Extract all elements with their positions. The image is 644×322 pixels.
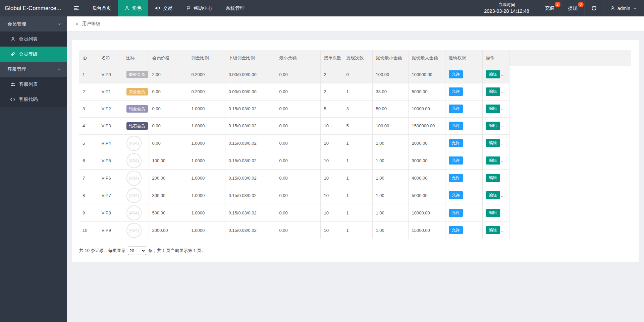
table-header-row: ID名称图标会员价格佣金比例下级佣金比例最小余额接单次数提现次数提现最小金额提现… xyxy=(79,50,631,66)
row-orders: 5 xyxy=(320,100,343,117)
table-row: 1VIP0白银会员2.000.20000.00/0.00/0.000.00201… xyxy=(79,66,631,83)
sidebar-item-service-code[interactable]: 客服代码 xyxy=(0,92,67,107)
edit-button[interactable]: 编辑 xyxy=(486,156,500,165)
row-filler-cell xyxy=(509,221,631,239)
sidebar-item-member-list[interactable]: 会员列表 xyxy=(0,31,67,47)
allow-invite-button[interactable]: 允许 xyxy=(449,105,463,113)
link-icon xyxy=(10,52,15,57)
sidebar-group-service-management[interactable]: 客服管理 xyxy=(0,62,67,77)
person-icon xyxy=(124,6,130,11)
row-actions-cell: 编辑... xyxy=(482,134,509,152)
allow-invite-button[interactable]: 允许 xyxy=(449,226,463,234)
more-actions-ellipsis: ... xyxy=(501,210,505,215)
allow-invite-button[interactable]: 允许 xyxy=(449,122,463,130)
row-price: 500.00 xyxy=(149,204,188,221)
column-header: 佣金比例 xyxy=(188,50,225,66)
recharge-button[interactable]: 充值 2 xyxy=(538,0,561,16)
row-commission: 0.2000 xyxy=(188,66,225,83)
sidebar-group-member-management[interactable]: 会员管理 xyxy=(0,16,67,31)
row-actions-cell: 编辑... xyxy=(482,66,509,83)
row-withdraw-max: 10000.00 xyxy=(408,100,445,117)
row-sub-commission: 0.15/0.03/0.02 xyxy=(225,117,276,134)
row-id: 1 xyxy=(79,66,98,83)
user-menu[interactable]: admin xyxy=(603,0,644,16)
sidebar-item-member-level[interactable]: 会员等级 xyxy=(0,47,67,62)
withdraw-button[interactable]: 提现 0 xyxy=(561,0,584,16)
row-invite-cell: 允许 xyxy=(445,66,482,83)
row-sub-commission: 0.00/0.00/0.00 xyxy=(225,83,276,100)
edit-button[interactable]: 编辑 xyxy=(486,122,500,130)
row-name: VIP3 xyxy=(98,117,123,134)
nav-item-label: 后台首页 xyxy=(92,5,111,11)
allow-invite-button[interactable]: 允许 xyxy=(449,70,463,78)
edit-button[interactable]: 编辑 xyxy=(486,139,500,147)
row-withdraw-times: 1 xyxy=(343,152,372,169)
row-withdraw-min: 1.00 xyxy=(372,221,408,239)
level-badge: 黄金会员 xyxy=(126,88,148,95)
row-actions-cell: 编辑... xyxy=(482,204,509,221)
row-sub-commission: 0.15/0.03/0.02 xyxy=(225,204,276,221)
row-actions-cell: 编辑... xyxy=(482,152,509,169)
row-withdraw-max: 1500000.00 xyxy=(408,117,445,134)
row-icon-cell: 铂金会员 xyxy=(123,100,149,117)
allow-invite-button[interactable]: 允许 xyxy=(449,209,463,217)
row-price: 0.00 xyxy=(149,83,188,100)
row-name: VIP0 xyxy=(98,66,123,83)
row-commission: 1.0000 xyxy=(188,134,225,152)
nav-item-dashboard[interactable]: 后台首页 xyxy=(86,0,118,16)
edit-button[interactable]: 编辑 xyxy=(486,191,500,199)
hamburger-menu-button[interactable] xyxy=(67,0,86,16)
row-name: VIP6 xyxy=(98,169,123,187)
row-withdraw-min: 1.00 xyxy=(372,134,408,152)
row-withdraw-min: 38.00 xyxy=(372,83,408,100)
more-actions-ellipsis: ... xyxy=(501,89,505,94)
row-name: VIP8 xyxy=(98,204,123,221)
row-min-balance: 0.00 xyxy=(276,204,320,221)
row-withdraw-min: 100.00 xyxy=(372,117,408,134)
edit-button[interactable]: 编辑 xyxy=(486,209,500,217)
pagination: 共 10 条记录，每页显示 20 条，共 1 页当前显示第 1 页。 xyxy=(79,247,631,255)
column-header: 提现次数 xyxy=(343,50,372,66)
username: admin xyxy=(618,6,630,11)
row-orders: 10 xyxy=(320,204,343,221)
refresh-button[interactable] xyxy=(584,0,603,16)
column-header: ID xyxy=(79,50,98,66)
row-price: 100.00 xyxy=(149,152,188,169)
nav-item-roles[interactable]: 角色 xyxy=(118,0,148,16)
nav-item-trade[interactable]: 交易 xyxy=(148,0,179,16)
edit-button[interactable]: 编辑 xyxy=(486,87,500,95)
chevron-up-icon xyxy=(633,6,637,11)
allow-invite-button[interactable]: 允许 xyxy=(449,191,463,199)
level-badge: 白银会员 xyxy=(126,71,148,78)
row-withdraw-max: 10000.00 xyxy=(408,204,445,221)
row-price: 2000.00 xyxy=(149,221,188,239)
allow-invite-button[interactable]: 允许 xyxy=(449,156,463,165)
edit-button[interactable]: 编辑 xyxy=(486,174,500,182)
allow-invite-button[interactable]: 允许 xyxy=(449,139,463,147)
row-invite-cell: 允许 xyxy=(445,152,482,169)
more-actions-ellipsis: ... xyxy=(501,72,505,77)
sidebar: 会员管理 会员列表 会员等级 客服管理 客服列表 客服代码 xyxy=(0,16,67,322)
row-name: VIP2 xyxy=(98,100,123,117)
page-size-select[interactable]: 20 xyxy=(128,247,146,255)
allow-invite-button[interactable]: 允许 xyxy=(449,174,463,182)
row-invite-cell: 允许 xyxy=(445,204,482,221)
row-orders: 10 xyxy=(320,152,343,169)
edit-button[interactable]: 编辑 xyxy=(486,70,500,78)
code-icon xyxy=(10,97,15,102)
page-title: 用户等级 xyxy=(82,21,100,27)
row-withdraw-times: 1 xyxy=(343,169,372,187)
nav-item-system[interactable]: 系统管理 xyxy=(219,0,251,16)
row-icon-cell: 白银会员 xyxy=(123,66,149,83)
sidebar-item-service-list[interactable]: 客服列表 xyxy=(0,77,67,92)
edit-button[interactable]: 编辑 xyxy=(486,226,500,234)
row-withdraw-max: 3000.00 xyxy=(408,152,445,169)
recharge-label: 充值 xyxy=(545,5,554,11)
level-badge: 钻石会员 xyxy=(126,122,148,130)
row-name: VIP5 xyxy=(98,152,123,169)
row-actions-cell: 编辑... xyxy=(482,169,509,187)
allow-invite-button[interactable]: 允许 xyxy=(449,87,463,95)
nav-item-help-center[interactable]: 帮助中心 xyxy=(179,0,219,16)
edit-button[interactable]: 编辑 xyxy=(486,105,500,113)
top-navbar: Global E-Commerce... 后台首页 角色 交易 帮助中心 系统管… xyxy=(0,0,644,16)
